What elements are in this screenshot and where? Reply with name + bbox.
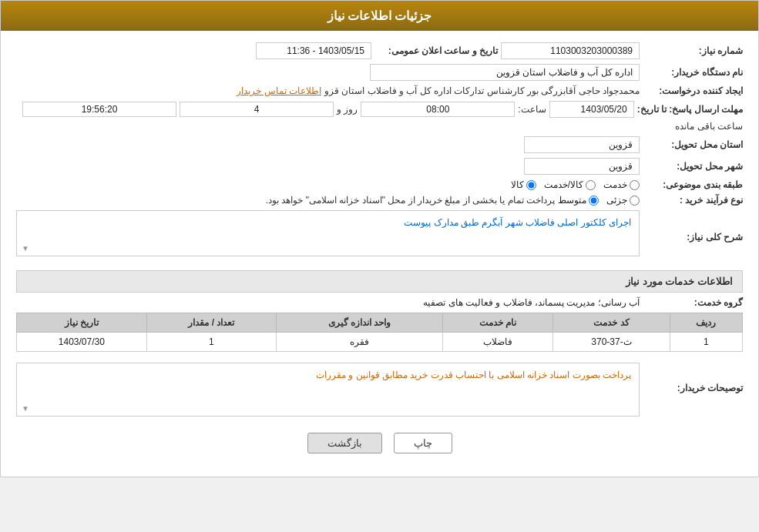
button-row: چاپ بازگشت [16, 421, 743, 465]
row-service-group: گروه خدمت: آب رسانی؛ مدیریت پسماند، فاضل… [16, 297, 743, 308]
creator-link[interactable]: اطلاعات تماس خریدار [237, 85, 321, 96]
page-wrapper: جزئیات اطلاعات نیاز شماره نیاز: 11030032… [0, 0, 759, 477]
reply-days: 4 [180, 102, 334, 117]
purchase-partial-label: جزئی [606, 195, 627, 206]
description-box: اجرای کلکتور اصلی فاضلاب شهر آبگرم طبق م… [16, 210, 640, 256]
cell-quantity: 1 [146, 333, 277, 352]
cell-unit: فقره [277, 333, 443, 352]
back-button[interactable]: بازگشت [307, 433, 382, 453]
announcement-value: 1403/05/15 - 11:36 [256, 42, 371, 59]
cell-row-number: 1 [670, 333, 742, 352]
buyer-name-value: اداره کل آب و فاضلاب استان قزوین [370, 64, 640, 81]
purchase-option-medium[interactable]: متوسط [558, 195, 599, 206]
row-city: شهر محل تحویل: قزوین [16, 158, 743, 175]
category-label: طبقه بندی موضوعی: [643, 179, 743, 190]
cell-service-name: فاضلاب [443, 333, 553, 352]
purchase-type-radio-group: جزئی متوسط [558, 195, 640, 206]
purchase-option-partial[interactable]: جزئی [606, 195, 640, 206]
col-unit: واحد اندازه گیری [277, 313, 443, 333]
buyer-name-label: نام دستگاه خریدار: [643, 67, 743, 78]
table-body: 1 ث-37-370 فاضلاب فقره 1 1403/07/30 [17, 333, 743, 352]
reply-date: 1403/05/20 [549, 101, 634, 118]
need-number-label: شماره نیاز: [643, 45, 743, 56]
row-need-number: شماره نیاز: 1103003203000389 تاریخ و ساع… [16, 42, 743, 59]
col-row-number: ردیف [670, 313, 742, 333]
col-need-date: تاریخ نیاز [17, 313, 147, 333]
table-header: ردیف کد خدمت نام خدمت واحد اندازه گیری ت… [17, 313, 743, 333]
row-buyer-name: نام دستگاه خریدار: اداره کل آب و فاضلاب … [16, 64, 743, 81]
purchase-type-label: نوع فرآیند خرید : [643, 195, 743, 206]
category-option-service[interactable]: خدمت [603, 179, 640, 190]
col-quantity: تعداد / مقدار [146, 313, 277, 333]
category-goods-service-label: کالا/خدمت [544, 179, 583, 190]
row-buyer-notes: توصیحات خریدار: پرداخت بصورت اسناد خزانه… [16, 360, 743, 417]
creator-name: محمدجواد حاجی آقابزرگی بور کارشناس تدارک… [324, 85, 640, 96]
page-header: جزئیات اطلاعات نیاز [1, 1, 758, 31]
purchase-medium-label: متوسط [558, 195, 586, 206]
service-group-label: گروه خدمت: [643, 297, 743, 308]
category-goods-label: کالا [511, 179, 524, 190]
category-radio-group: خدمت کالا/خدمت کالا [511, 179, 640, 190]
announcement-label: تاریخ و ساعت اعلان عمومی: [374, 45, 498, 56]
need-number-value: 1103003203000389 [501, 42, 640, 59]
description-text: اجرای کلکتور اصلی فاضلاب شهر آبگرم طبق م… [404, 217, 631, 228]
category-radio-goods-service[interactable] [586, 180, 596, 190]
category-radio-service[interactable] [630, 180, 640, 190]
category-radio-goods[interactable] [526, 180, 536, 190]
buyer-notes-label: توصیحات خریدار: [643, 383, 743, 393]
description-section: شرح کلی نیاز: اجرای کلکتور اصلی فاضلاب ش… [16, 210, 743, 264]
buyer-notes-text: پرداخت بصورت اسناد خزانه اسلامی با احتسا… [316, 370, 631, 380]
col-service-code: کد خدمت [553, 313, 670, 333]
row-purchase-type: نوع فرآیند خرید : جزئی متوسط پرداخت تمام… [16, 195, 743, 206]
reply-time-label: ساعت: [518, 104, 546, 115]
content-area: شماره نیاز: 1103003203000389 تاریخ و ساع… [1, 31, 758, 477]
row-creator: ایجاد کننده درخواست: محمدجواد حاجی آقابز… [16, 85, 743, 96]
row-province: استان محل تحویل: قزوین [16, 136, 743, 153]
reply-deadline-label: مهلت ارسال پاسخ: تا تاریخ: [637, 104, 743, 115]
description-row: شرح کلی نیاز: اجرای کلکتور اصلی فاضلاب ش… [16, 210, 743, 264]
col-service-name: نام خدمت [443, 313, 553, 333]
services-section-title: اطلاعات خدمات مورد نیاز [16, 270, 743, 293]
reply-remaining-label: ساعت باقی مانده [675, 121, 743, 132]
reply-remaining: 19:56:20 [22, 102, 176, 117]
province-value: قزوین [524, 136, 640, 153]
page-title: جزئیات اطلاعات نیاز [327, 9, 432, 22]
creator-label: ایجاد کننده درخواست: [643, 85, 743, 96]
table-header-row: ردیف کد خدمت نام خدمت واحد اندازه گیری ت… [17, 313, 743, 333]
purchase-radio-partial[interactable] [630, 196, 640, 206]
row-reply-deadline: مهلت ارسال پاسخ: تا تاریخ: 1403/05/20 سا… [16, 101, 743, 132]
purchase-radio-medium[interactable] [589, 196, 599, 206]
print-button[interactable]: چاپ [394, 433, 452, 453]
category-option-goods-service[interactable]: کالا/خدمت [544, 179, 596, 190]
reply-day-label: روز و [337, 104, 358, 115]
table-row: 1 ث-37-370 فاضلاب فقره 1 1403/07/30 [17, 333, 743, 352]
city-label: شهر محل تحویل: [643, 161, 743, 172]
city-value: قزوین [524, 158, 640, 175]
category-option-goods[interactable]: کالا [511, 179, 536, 190]
buyer-notes-box: پرداخت بصورت اسناد خزانه اسلامی با احتسا… [16, 363, 640, 417]
cell-need-date: 1403/07/30 [17, 333, 147, 352]
reply-time: 08:00 [361, 102, 515, 117]
row-category: طبقه بندی موضوعی: خدمت کالا/خدمت کالا [16, 179, 743, 190]
services-table-section: ردیف کد خدمت نام خدمت واحد اندازه گیری ت… [16, 313, 743, 352]
description-title: شرح کلی نیاز: [643, 232, 743, 243]
cell-service-code: ث-37-370 [553, 333, 670, 352]
services-table: ردیف کد خدمت نام خدمت واحد اندازه گیری ت… [16, 313, 743, 352]
category-service-label: خدمت [603, 179, 627, 190]
service-group-value: آب رسانی؛ مدیریت پسماند، فاضلاب و فعالیت… [423, 297, 640, 308]
province-label: استان محل تحویل: [643, 139, 743, 150]
purchase-note: پرداخت تمام یا بخشی از مبلغ خریدار از مح… [266, 195, 555, 206]
